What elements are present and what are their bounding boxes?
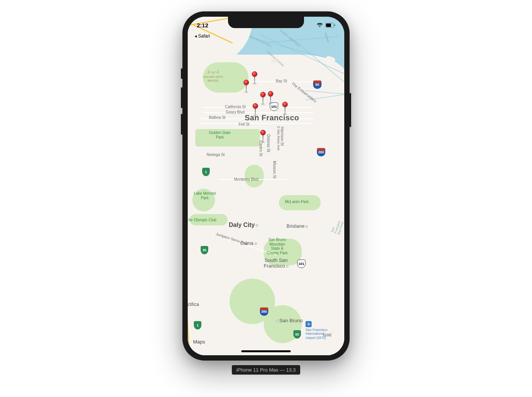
map-view[interactable]: GOLDEN GATE BRIDGE San Francisco Daly Ci… xyxy=(188,17,344,355)
street-label: Bay St xyxy=(276,79,287,83)
street-label: Fell St xyxy=(239,122,249,126)
city-label-sanbruno: San Bruno xyxy=(276,318,302,323)
park-label-ggp: Golden Gate Park xyxy=(209,131,231,139)
maps-attribution: Maps xyxy=(193,339,205,345)
park-label-sbm: San Bruno Mountain State & County Park xyxy=(267,238,288,255)
notch xyxy=(228,17,304,28)
street xyxy=(203,107,313,108)
svg-rect-2 xyxy=(334,24,335,26)
shield-ca1: 1 xyxy=(202,168,210,176)
map-pin[interactable] xyxy=(260,130,266,143)
street xyxy=(199,123,313,124)
shield-ca1: 1 xyxy=(194,321,201,329)
street-label: Mission St xyxy=(272,161,277,178)
battery-icon xyxy=(325,23,335,28)
street-label: Monterey Blvd xyxy=(234,177,258,181)
shield-i280: 280 xyxy=(317,148,325,156)
map-pin[interactable] xyxy=(260,92,266,105)
park-twin-peaks xyxy=(245,165,264,187)
street-label: Harrison St xyxy=(280,127,284,146)
bridge-icon xyxy=(207,69,219,74)
silence-switch[interactable] xyxy=(181,68,182,79)
street-label: Geary Blvd xyxy=(226,110,244,114)
device-frame: 2:12 ◂ Safari xyxy=(182,11,350,361)
screen: 2:12 ◂ Safari xyxy=(188,17,344,355)
map-pin[interactable] xyxy=(252,71,257,84)
street-label: Dolores St xyxy=(266,134,271,152)
city-label-brisbane: Brisbane xyxy=(287,224,308,229)
street-label: Noriega St xyxy=(207,153,225,157)
back-to-app-breadcrumb[interactable]: ◂ Safari xyxy=(195,33,210,39)
map-pin[interactable] xyxy=(253,103,258,116)
street-label: Castro St xyxy=(259,140,263,156)
map-pin[interactable] xyxy=(282,102,288,115)
airport-icon: ✈ xyxy=(306,321,312,327)
street xyxy=(203,112,313,113)
status-time: 2:12 xyxy=(197,22,208,28)
city-label-pacifica: cifica xyxy=(188,301,199,307)
map-pin[interactable] xyxy=(268,91,273,104)
shield-ca82: 82 xyxy=(293,330,301,339)
power-button[interactable] xyxy=(350,93,351,127)
street-label: S Van Ness Ave xyxy=(277,126,280,150)
volume-down-button[interactable] xyxy=(181,114,182,135)
home-indicator[interactable] xyxy=(241,350,291,352)
cellular-dots-icon xyxy=(306,24,314,26)
shield-i80: 80 xyxy=(313,80,321,89)
wifi-icon xyxy=(317,23,323,28)
park-label-mclaren: McLaren Park xyxy=(285,200,309,204)
svg-rect-1 xyxy=(326,24,331,27)
map-pin[interactable] xyxy=(244,80,249,93)
legal-link[interactable]: Legal xyxy=(323,332,331,336)
park-label-olympic: he Olympic Club xyxy=(188,218,216,222)
park-label-merced: Lake Merced Park xyxy=(194,191,216,200)
shield-i380: 380 xyxy=(260,307,268,316)
shield-ca35: 35 xyxy=(201,246,208,254)
simulator-caption: iPhone 11 Pro Max — 13.3 xyxy=(232,365,300,375)
city-label-daly: Daly City xyxy=(229,222,258,228)
street-label: California St xyxy=(225,105,245,109)
volume-up-button[interactable] xyxy=(181,87,182,108)
city-label-ssf: South San Francisco xyxy=(264,257,288,269)
golden-gate-bridge-label: GOLDEN GATE BRIDGE xyxy=(203,69,223,83)
street-label: Balboa St xyxy=(209,115,225,120)
shield-us101: 101 xyxy=(297,260,306,268)
